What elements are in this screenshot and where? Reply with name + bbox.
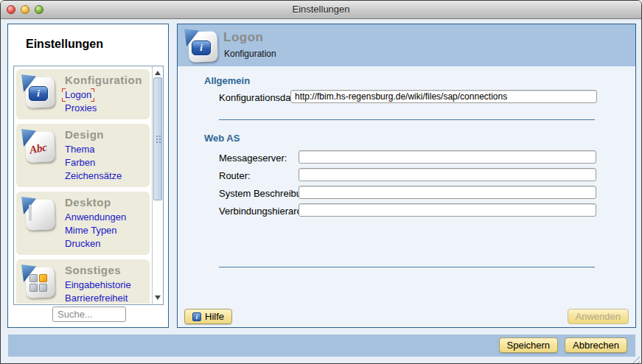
separator (219, 119, 595, 120)
scroll-down-button[interactable] (153, 293, 163, 303)
config-info-icon: i (184, 28, 219, 65)
sidebar-link-thema[interactable]: Thema (62, 143, 97, 156)
separator (219, 267, 595, 267)
sidebar-link-drucken[interactable]: Drucken (62, 237, 103, 251)
scroll-up-button[interactable] (153, 68, 163, 78)
messageserver-input[interactable] (299, 150, 596, 164)
monitor-icon (21, 196, 56, 233)
focus-corner (91, 88, 94, 92)
config-info-icon: i (21, 74, 56, 111)
apply-button[interactable]: Anwenden (568, 309, 629, 324)
help-button[interactable]: i Hilfe (184, 309, 232, 324)
down-arrow-icon (155, 295, 161, 300)
section-title-allgemein: Allgemein (204, 75, 250, 86)
sidebar-link-mime-typen[interactable]: Mime Typen (62, 224, 120, 237)
sidebar-link-barrierefreiheit[interactable]: Barrierefreiheit (62, 292, 130, 304)
sidebar-heading: Einstellungen (26, 38, 103, 51)
system-beschreibung-input[interactable] (299, 186, 596, 199)
sidebar-group-design: Abc Design Thema Farben Zeichensätze (16, 124, 150, 187)
save-button[interactable]: Speichern (499, 337, 559, 353)
group-title-sonstiges: Sonstiges (65, 264, 147, 277)
abc-fonts-icon: Abc (21, 128, 56, 165)
konfigurationsdatei-input[interactable] (290, 90, 597, 103)
search-input[interactable] (52, 307, 126, 322)
field-label-router: Router: (219, 170, 251, 181)
group-title-konfiguration: Konfiguration (65, 74, 147, 87)
group-title-design: Design (65, 128, 147, 141)
sidebar-group-konfiguration: i Konfiguration Logon Proxies (16, 69, 150, 119)
grip-dots-icon (156, 135, 161, 143)
info-button-glyph: i (192, 41, 211, 55)
section-title-web-as: Web AS (204, 133, 240, 144)
category-cards: i Konfiguration Logon Proxies (15, 66, 151, 304)
sidebar-group-sonstiges: Sonstiges Eingabehistorie Barrierefreihe… (16, 259, 150, 304)
verbindungshierarchie-input[interactable] (299, 203, 596, 217)
page-title: Logon (223, 30, 263, 45)
sidebar-link-anwendungen[interactable]: Anwendungen (62, 211, 129, 224)
sidebar-link-logon[interactable]: Logon (62, 88, 94, 102)
help-info-icon: i (192, 312, 201, 321)
sidebar-group-desktop: Desktop Anwendungen Mime Typen Drucken (16, 192, 150, 255)
sidebar-link-proxies[interactable]: Proxies (62, 102, 100, 115)
info-button-glyph: i (29, 86, 48, 101)
sidebar-link-farben[interactable]: Farben (62, 156, 98, 169)
window-title: Einstellungen (1, 4, 641, 15)
cancel-button[interactable]: Abbrechen (565, 337, 627, 353)
footer-bar: Speichern Abbrechen (8, 335, 635, 357)
field-label-messageserver: Messageserver: (219, 153, 287, 164)
category-listbox: i Konfiguration Logon Proxies (13, 66, 164, 305)
grid-tiles-icon (21, 264, 56, 301)
window-content: Einstellungen i Konfiguration (1, 19, 641, 364)
group-title-desktop: Desktop (65, 196, 147, 209)
sidebar-link-zeichensaetze[interactable]: Zeichensätze (62, 169, 125, 183)
page-subtitle: Konfiguration (224, 49, 276, 59)
main-header: i Logon Konfiguration (178, 24, 635, 66)
main-panel: i Logon Konfiguration Allgemein Konfigur… (177, 24, 636, 328)
sidebar: Einstellungen i Konfiguration (7, 24, 169, 328)
settings-window: Einstellungen Einstellungen i Konfigurat… (0, 0, 642, 364)
focus-corner (62, 88, 66, 92)
titlebar[interactable]: Einstellungen (1, 1, 641, 19)
up-arrow-icon (155, 71, 161, 75)
sidebar-scrollbar[interactable] (152, 66, 163, 304)
scrollbar-thumb[interactable] (153, 77, 162, 200)
router-input[interactable] (299, 168, 596, 181)
sidebar-link-eingabehistorie[interactable]: Eingabehistorie (62, 279, 134, 292)
